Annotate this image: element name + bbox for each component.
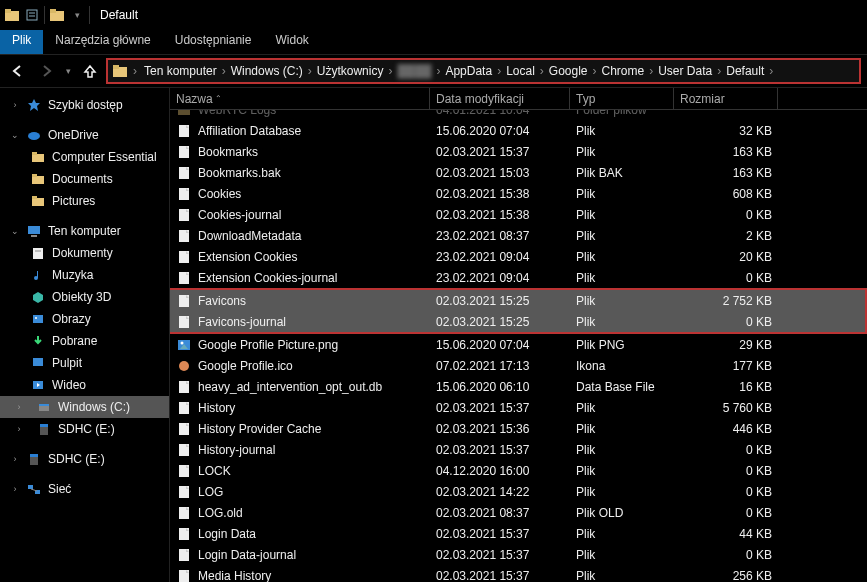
sidebar-item[interactable]: Obrazy [0,308,169,330]
table-row[interactable]: Favicons-journal02.03.2021 15:25Plik0 KB [170,311,865,332]
table-row[interactable]: WebRTC Logs04.01.2021 10:04Folder plików [170,110,867,120]
tab-narzedzia[interactable]: Narzędzia główne [43,30,162,54]
chevron-down-icon[interactable]: ⌄ [10,130,20,140]
table-row[interactable]: heavy_ad_intervention_opt_out.db15.06.20… [170,376,867,397]
sidebar-item[interactable]: Wideo [0,374,169,396]
sidebar-item[interactable]: Obiekty 3D [0,286,169,308]
sidebar-network[interactable]: › Sieć [0,478,169,500]
breadcrumb[interactable]: AppData [443,64,494,78]
sidebar-sdhc[interactable]: › SDHC (E:) [0,448,169,470]
sidebar-item[interactable]: Dokumenty [0,242,169,264]
col-date[interactable]: Data modyfikacji [430,88,570,109]
tab-widok[interactable]: Widok [263,30,320,54]
table-row[interactable]: Login Data02.03.2021 15:37Plik44 KB [170,523,867,544]
chevron-right-icon[interactable]: › [10,484,20,494]
breadcrumb[interactable]: Windows (C:) [229,64,305,78]
chevron-right-icon[interactable]: › [433,64,443,78]
breadcrumb[interactable]: ████ [395,64,433,78]
chevron-right-icon[interactable]: › [14,402,24,412]
address-bar[interactable]: › Ten komputer›Windows (C:)›Użytkownicy›… [106,58,861,84]
sidebar-quick-access[interactable]: › Szybki dostęp [0,94,169,116]
forward-button[interactable] [34,59,58,83]
network-icon [26,481,42,497]
recent-dropdown[interactable]: ▾ [62,59,74,83]
breadcrumb[interactable]: Google [547,64,590,78]
table-row[interactable]: DownloadMetadata23.02.2021 08:37Plik2 KB [170,225,867,246]
chevron-right-icon[interactable]: › [714,64,724,78]
tab-udostepnianie[interactable]: Udostępnianie [163,30,264,54]
table-row[interactable]: Login Data-journal02.03.2021 15:37Plik0 … [170,544,867,565]
table-row[interactable]: History Provider Cache02.03.2021 15:36Pl… [170,418,867,439]
chevron-right-icon[interactable]: › [130,64,140,78]
file-type: Plik [570,294,674,308]
chevron-right-icon[interactable]: › [10,100,20,110]
file-date: 02.03.2021 08:37 [430,506,570,520]
chevron-right-icon[interactable]: › [14,424,24,434]
breadcrumb[interactable]: Chrome [600,64,647,78]
svg-rect-26 [33,358,43,366]
table-row[interactable]: LOG.old02.03.2021 08:37Plik OLD0 KB [170,502,867,523]
file-type: Plik [570,443,674,457]
back-button[interactable] [6,59,30,83]
chevron-right-icon[interactable]: › [646,64,656,78]
table-row[interactable]: Cookies-journal02.03.2021 15:38Plik0 KB [170,204,867,225]
table-row[interactable]: Affiliation Database15.06.2020 07:04Plik… [170,120,867,141]
sidebar-item[interactable]: ›SDHC (E:) [0,418,169,440]
chevron-right-icon[interactable]: › [219,64,229,78]
sidebar-item[interactable]: Pictures [0,190,169,212]
svg-rect-1 [5,9,11,13]
chevron-right-icon[interactable]: › [494,64,504,78]
table-row[interactable]: Bookmarks.bak02.03.2021 15:03Plik BAK163… [170,162,867,183]
breadcrumb[interactable]: Ten komputer [142,64,219,78]
table-row[interactable]: Google Profile.ico07.02.2021 17:13Ikona1… [170,355,867,376]
file-name: LOG [198,485,223,499]
qat-dropdown-icon[interactable]: ▾ [69,7,85,23]
file-icon [176,207,192,223]
file-type: Plik [570,527,674,541]
sidebar-item[interactable]: Pulpit [0,352,169,374]
sidebar-thispc[interactable]: ⌄ Ten komputer [0,220,169,242]
sidebar-item[interactable]: Pobrane [0,330,169,352]
table-row[interactable]: LOCK04.12.2020 16:00Plik0 KB [170,460,867,481]
table-row[interactable]: LOG02.03.2021 14:22Plik0 KB [170,481,867,502]
col-name[interactable]: Nazwa⌃ [170,88,430,109]
chevron-right-icon[interactable]: › [590,64,600,78]
breadcrumb[interactable]: Użytkownicy [315,64,386,78]
file-date: 02.03.2021 15:37 [430,443,570,457]
breadcrumb[interactable]: Local [504,64,537,78]
up-button[interactable] [78,59,102,83]
table-row[interactable]: Favicons02.03.2021 15:25Plik2 752 KB [170,290,865,311]
col-type[interactable]: Typ [570,88,674,109]
item-icon [36,421,52,437]
sidebar-item[interactable]: Computer Essential [0,146,169,168]
svg-rect-12 [32,152,37,155]
table-row[interactable]: Bookmarks02.03.2021 15:37Plik163 KB [170,141,867,162]
svg-rect-11 [32,154,44,162]
table-row[interactable]: Extension Cookies23.02.2021 09:04Plik20 … [170,246,867,267]
table-row[interactable]: Extension Cookies-journal23.02.2021 09:0… [170,267,867,288]
sidebar-onedrive[interactable]: ⌄ OneDrive [0,124,169,146]
chevron-down-icon[interactable]: ⌄ [10,226,20,236]
table-row[interactable]: History-journal02.03.2021 15:37Plik0 KB [170,439,867,460]
table-row[interactable]: Media History02.03.2021 15:37Plik256 KB [170,565,867,582]
qat-properties-icon[interactable] [24,7,40,23]
sidebar-item-label: Obrazy [52,312,91,326]
file-name: heavy_ad_intervention_opt_out.db [198,380,382,394]
breadcrumb[interactable]: User Data [656,64,714,78]
col-size[interactable]: Rozmiar [674,88,778,109]
sidebar-item-label: Muzyka [52,268,93,282]
sidebar-item[interactable]: Muzyka [0,264,169,286]
table-row[interactable]: History02.03.2021 15:37Plik5 760 KB [170,397,867,418]
sidebar-item[interactable]: ›Windows (C:) [0,396,169,418]
tab-plik[interactable]: Plik [0,30,43,54]
breadcrumb[interactable]: Default [724,64,766,78]
chevron-right-icon[interactable]: › [10,454,20,464]
sidebar-item[interactable]: Documents [0,168,169,190]
file-date: 02.03.2021 15:38 [430,208,570,222]
table-row[interactable]: Google Profile Picture.png15.06.2020 07:… [170,334,867,355]
chevron-right-icon[interactable]: › [537,64,547,78]
chevron-right-icon[interactable]: › [766,64,776,78]
chevron-right-icon[interactable]: › [385,64,395,78]
table-row[interactable]: Cookies02.03.2021 15:38Plik608 KB [170,183,867,204]
chevron-right-icon[interactable]: › [305,64,315,78]
